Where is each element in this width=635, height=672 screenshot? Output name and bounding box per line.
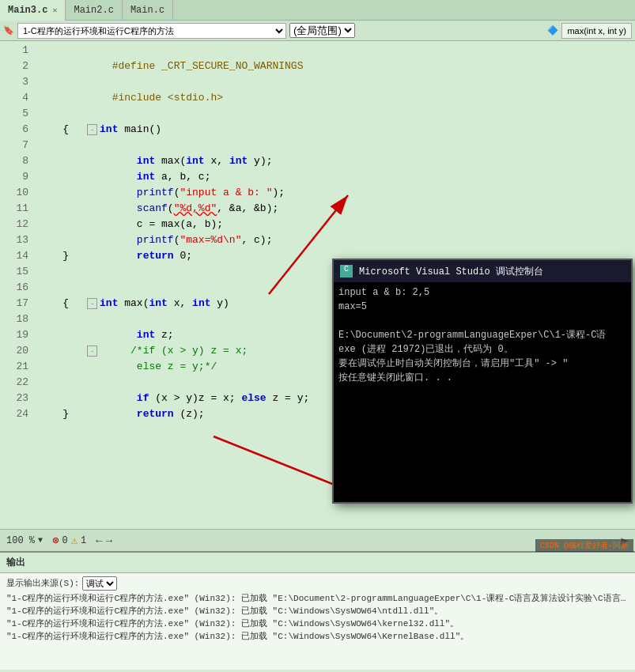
tab-mainc-label: Main.c bbox=[130, 5, 164, 16]
collapse-19[interactable]: - bbox=[87, 345, 97, 357]
warning-icon: ⚠ bbox=[71, 534, 77, 547]
tab-main3c[interactable]: Main3.c ✕ bbox=[0, 0, 66, 21]
collapse-5[interactable]: - bbox=[87, 124, 97, 135]
scope-dropdown[interactable]: (全局范围) bbox=[289, 23, 355, 38]
ln-21: 21 bbox=[0, 359, 28, 375]
toolbar: 🔖 1-C程序的运行环境和运行C程序的方法 (全局范围) 🔷 max(int x… bbox=[0, 21, 635, 41]
console-line-4: E:\Document\2-programmLanguageExper\C\1-… bbox=[338, 328, 626, 342]
nav-arrows: ← → bbox=[96, 534, 112, 547]
console-title: Microsoft Visual Studio 调试控制台 bbox=[359, 265, 543, 278]
code-line-1: #define _CRT_SECURE_NO_WARNINGS bbox=[35, 43, 635, 59]
ln-19: 19 bbox=[0, 327, 28, 343]
ln-3: 3 bbox=[0, 74, 28, 90]
console-window: C Microsoft Visual Studio 调试控制台 input a … bbox=[332, 259, 633, 504]
error-count: 0 bbox=[62, 535, 67, 546]
ln-20: 20 bbox=[0, 343, 28, 359]
ln-11: 11 bbox=[0, 201, 28, 217]
ln-7: 7 bbox=[0, 138, 28, 153]
output-line-4: "1-C程序的运行环境和运行C程序的方法.exe" (Win32): 已加载 "… bbox=[6, 630, 629, 643]
func-button[interactable]: max(int x, int y) bbox=[561, 23, 632, 39]
ln-2: 2 bbox=[0, 59, 28, 74]
output-line-2: "1-C程序的运行环境和运行C程序的方法.exe" (Win32): 已加载 "… bbox=[6, 605, 629, 617]
console-content: input a & b: 2,5 max=5 E:\Document\2-pro… bbox=[334, 282, 631, 502]
console-icon: C bbox=[340, 265, 353, 277]
code-line-7: int max(int x, int y); bbox=[35, 138, 635, 153]
ln-1: 1 bbox=[0, 43, 28, 59]
pp-include: #include <stdio.h> bbox=[87, 92, 223, 104]
ln-12: 12 bbox=[0, 217, 28, 232]
status-errors: ⊗ 0 ⚠ 1 bbox=[52, 534, 86, 547]
code-line-3: #include <stdio.h> bbox=[35, 74, 635, 90]
console-line-1: input a & b: 2,5 bbox=[338, 285, 626, 300]
output-header: 输出 bbox=[0, 553, 635, 573]
tab-main3c-close[interactable]: ✕ bbox=[52, 6, 57, 15]
ln-9: 9 bbox=[0, 169, 28, 185]
status-zoom: 100 % ▼ bbox=[6, 535, 43, 546]
code-line-5: -int main() bbox=[35, 106, 635, 122]
warning-count: 1 bbox=[81, 535, 86, 546]
zoom-dropdown-icon[interactable]: ▼ bbox=[38, 536, 43, 545]
output-panel: 输出 显示输出来源(S): 调试 "1-C程序的运行环境和运行C程序的方法.ex… bbox=[0, 551, 635, 670]
output-line-3: "1-C程序的运行环境和运行C程序的方法.exe" (Win32): 已加载 "… bbox=[6, 617, 629, 630]
output-line-1: "1-C程序的运行环境和运行C程序的方法.exe" (Win32): 已加载 "… bbox=[6, 592, 629, 605]
tab-main2c[interactable]: Main2.c bbox=[66, 0, 122, 21]
tab-main2c-label: Main2.c bbox=[74, 5, 113, 16]
csdn-watermark: CSDN @编程爱好者-阿新 bbox=[535, 539, 633, 552]
console-titlebar: C Microsoft Visual Studio 调试控制台 bbox=[334, 260, 631, 282]
output-source-row: 显示输出来源(S): 调试 bbox=[6, 576, 629, 591]
nav-back[interactable]: ← bbox=[96, 534, 102, 547]
ln-23: 23 bbox=[0, 391, 28, 406]
ln-16: 16 bbox=[0, 280, 28, 296]
output-content: 显示输出来源(S): 调试 "1-C程序的运行环境和运行C程序的方法.exe" … bbox=[0, 573, 635, 670]
output-source-label: 显示输出来源(S): bbox=[6, 577, 79, 590]
ln-8: 8 bbox=[0, 153, 28, 169]
collapse-16[interactable]: - bbox=[87, 298, 97, 309]
toolbar-left: 🔖 1-C程序的运行环境和运行C程序的方法 (全局范围) bbox=[3, 23, 547, 39]
zoom-value: 100 % bbox=[6, 535, 35, 546]
error-icon: ⊗ bbox=[52, 534, 59, 547]
pp-define: #define _CRT_SECURE_NO_WARNINGS bbox=[87, 60, 303, 72]
output-title: 输出 bbox=[6, 556, 25, 569]
ln-5: 5 bbox=[0, 106, 28, 122]
ln-18: 18 bbox=[0, 311, 28, 327]
tab-bar: Main3.c ✕ Main2.c Main.c bbox=[0, 0, 635, 21]
ln-10: 10 bbox=[0, 185, 28, 201]
toolbar-right: 🔷 max(int x, int y) bbox=[547, 23, 632, 39]
console-line-5: exe (进程 21972)已退出，代码为 0。 bbox=[338, 342, 626, 357]
tab-mainc[interactable]: Main.c bbox=[123, 0, 173, 21]
line-numbers: 1 2 3 4 5 6 7 8 9 10 11 12 13 14 15 16 1… bbox=[0, 41, 35, 529]
ln-4: 4 bbox=[0, 90, 28, 106]
ln-17: 17 bbox=[0, 296, 28, 311]
console-line-7: 按任意键关闭此窗口. . . bbox=[338, 371, 626, 385]
ln-14: 14 bbox=[0, 248, 28, 264]
ln-15: 15 bbox=[0, 264, 28, 280]
ln-22: 22 bbox=[0, 375, 28, 391]
ln-24: 24 bbox=[0, 406, 28, 422]
console-line-2: max=5 bbox=[338, 300, 626, 314]
ln-13: 13 bbox=[0, 232, 28, 248]
output-source-dropdown[interactable]: 调试 bbox=[82, 576, 117, 591]
breadcrumb-icon: 🔖 bbox=[3, 25, 14, 36]
tab-main3c-label: Main3.c bbox=[8, 5, 47, 16]
console-line-6: 要在调试停止时自动关闭控制台，请启用"工具" -> " bbox=[338, 357, 626, 371]
code-area: 1 2 3 4 5 6 7 8 9 10 11 12 13 14 15 16 1… bbox=[0, 41, 635, 551]
ln-6: 6 bbox=[0, 122, 28, 138]
breadcrumb-dropdown[interactable]: 1-C程序的运行环境和运行C程序的方法 bbox=[17, 23, 286, 39]
nav-forward[interactable]: → bbox=[106, 534, 112, 547]
func-icon: 🔷 bbox=[547, 25, 558, 36]
console-line-3 bbox=[338, 314, 626, 328]
